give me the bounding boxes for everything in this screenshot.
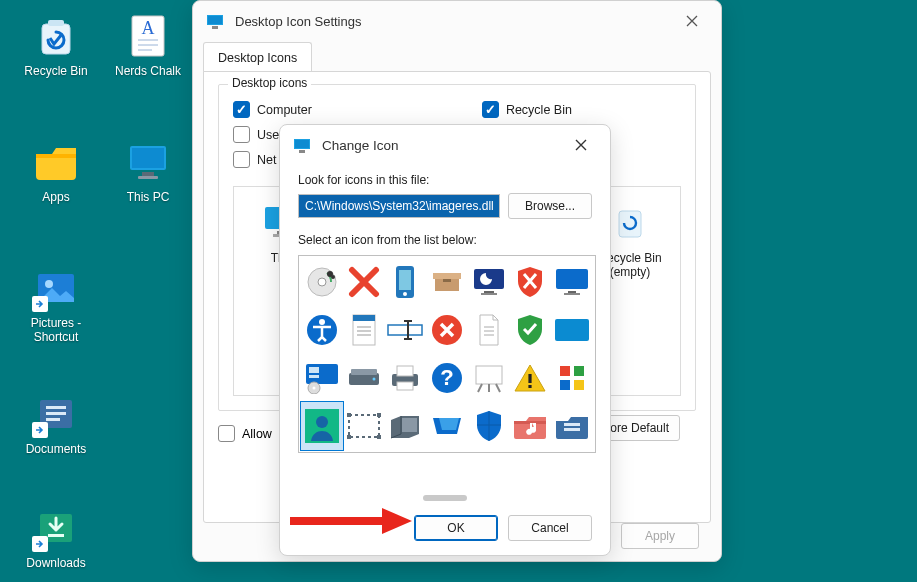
svg-rect-67	[351, 369, 377, 375]
icon-option-monitor-blue[interactable]	[551, 258, 593, 306]
icon-option-monitor-moon[interactable]	[468, 258, 510, 306]
svg-rect-25	[619, 211, 641, 237]
icon-option-docs-folder[interactable]	[551, 402, 593, 450]
file-path-input[interactable]: C:\Windows\System32\imageres.dll	[298, 194, 500, 218]
desktop-icon-documents[interactable]: Documents	[12, 390, 100, 456]
svg-point-12	[45, 280, 53, 288]
icon-option-disc[interactable]	[301, 258, 343, 306]
icon-option-music-folder[interactable]	[510, 402, 552, 450]
icon-option-frame[interactable]	[343, 402, 385, 450]
icon-option-desktop-disc[interactable]	[301, 354, 343, 402]
button-label: store Default	[601, 421, 669, 435]
svg-point-65	[312, 387, 315, 390]
shortcut-overlay-icon	[32, 296, 48, 312]
icon-option-phone[interactable]	[384, 258, 426, 306]
dialog-title: Change Icon	[322, 138, 399, 153]
icon-option-shield-orange[interactable]	[510, 258, 552, 306]
svg-rect-92	[564, 423, 580, 426]
checkbox-label: Recycle Bin	[506, 103, 572, 117]
icon-option-whiteboard[interactable]	[468, 354, 510, 402]
titlebar[interactable]: Desktop Icon Settings	[193, 1, 721, 41]
svg-rect-16	[46, 418, 60, 421]
desktop-icon-label: This PC	[104, 190, 192, 204]
svg-rect-71	[397, 382, 413, 390]
desktop-icon-recycle-bin[interactable]: Recycle Bin	[12, 12, 100, 78]
button-label: Cancel	[531, 521, 568, 535]
icon-option-shield-green[interactable]	[510, 306, 552, 354]
tab-desktop-icons[interactable]: Desktop Icons	[203, 42, 312, 72]
svg-rect-83	[574, 380, 584, 390]
tab-strip: Desktop Icons	[193, 41, 721, 71]
icon-option-window[interactable]	[384, 402, 426, 450]
icon-option-doc-lines[interactable]	[343, 306, 385, 354]
svg-rect-10	[138, 176, 158, 179]
desktop-icon-pictures[interactable]: Pictures - Shortcut	[12, 264, 100, 345]
scrollbar-horizontal[interactable]	[423, 495, 467, 501]
svg-rect-42	[556, 269, 588, 289]
svg-rect-78	[529, 374, 532, 383]
ok-button[interactable]: OK	[414, 515, 498, 541]
desktop-icon-apps[interactable]: Apps	[12, 138, 100, 204]
documents-icon	[32, 390, 80, 438]
desktop-icon-label: Nerds Chalk	[104, 64, 192, 78]
icon-option-drive[interactable]	[343, 354, 385, 402]
button-label: Browse...	[525, 199, 575, 213]
group-legend: Desktop icons	[228, 76, 311, 90]
dialog-buttons: OK Cancel	[414, 515, 592, 541]
icon-option-box[interactable]	[426, 258, 468, 306]
icon-option-user[interactable]	[301, 402, 343, 450]
svg-rect-34	[399, 270, 411, 290]
icon-option-rename-field[interactable]	[384, 306, 426, 354]
window-title: Desktop Icon Settings	[235, 14, 361, 29]
recycle-bin-icon	[609, 201, 651, 243]
svg-rect-40	[484, 291, 494, 293]
svg-rect-21	[212, 26, 218, 29]
icon-option-shield-blue[interactable]	[468, 402, 510, 450]
icon-option-doc[interactable]	[468, 306, 510, 354]
checkbox-icon	[233, 126, 250, 143]
svg-rect-43	[568, 291, 576, 293]
icon-option-blocks[interactable]	[551, 354, 593, 402]
icon-option-printer[interactable]	[384, 354, 426, 402]
desktop-icon-downloads[interactable]: Downloads	[12, 504, 100, 570]
svg-rect-8	[132, 148, 164, 168]
icon-option-warning[interactable]	[510, 354, 552, 402]
svg-text:?: ?	[440, 365, 453, 390]
svg-rect-91	[402, 418, 417, 432]
titlebar[interactable]: Change Icon	[280, 125, 610, 165]
desktop-icon-this-pc[interactable]: This PC	[104, 138, 192, 204]
svg-rect-79	[529, 385, 532, 388]
checkbox-recycle-bin[interactable]: ✓Recycle Bin	[482, 101, 572, 118]
icon-option-accessibility[interactable]	[301, 306, 343, 354]
recycle-bin-icon	[32, 12, 80, 60]
monitor-icon	[124, 138, 172, 186]
icon-list[interactable]: ?	[298, 255, 596, 453]
desktop-icon-label: Apps	[12, 190, 100, 204]
button-label: Apply	[645, 529, 675, 543]
desktop-icon-nerds-chalk[interactable]: A Nerds Chalk	[104, 12, 192, 78]
icon-option-x-circle[interactable]	[426, 306, 468, 354]
svg-rect-74	[476, 366, 502, 384]
icon-option-screen-blue[interactable]	[551, 306, 593, 354]
svg-rect-90	[377, 435, 381, 439]
change-icon-dialog: Change Icon Look for icons in this file:…	[279, 124, 611, 556]
cancel-button[interactable]: Cancel	[508, 515, 592, 541]
apply-button[interactable]: Apply	[621, 523, 699, 549]
desktop-icon-label: Recycle Bin	[12, 64, 100, 78]
browse-button[interactable]: Browse...	[508, 193, 592, 219]
icon-option-x-red[interactable]	[343, 258, 385, 306]
close-button[interactable]	[564, 128, 598, 162]
svg-line-76	[496, 384, 500, 392]
icon-option-run[interactable]	[426, 402, 468, 450]
icon-option-question[interactable]: ?	[426, 354, 468, 402]
svg-rect-86	[349, 415, 379, 437]
svg-rect-48	[353, 315, 375, 321]
checkbox-icon: ✓	[233, 101, 250, 118]
close-button[interactable]	[675, 4, 709, 38]
svg-rect-9	[142, 172, 154, 176]
svg-rect-62	[309, 367, 319, 373]
svg-rect-52	[388, 325, 422, 335]
input-value: C:\Windows\System32\imageres.dll	[305, 199, 494, 213]
checkbox-computer[interactable]: ✓Computer	[233, 101, 312, 118]
svg-rect-70	[397, 366, 413, 376]
